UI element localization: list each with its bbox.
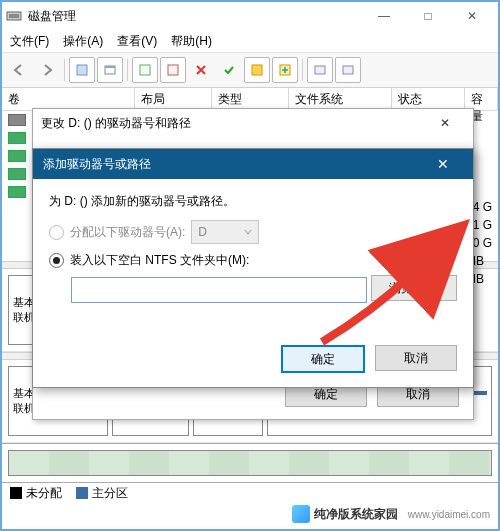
- svg-rect-5: [140, 65, 150, 75]
- col-layout[interactable]: 布局: [135, 88, 212, 110]
- col-capacity[interactable]: 容量: [465, 88, 498, 110]
- svg-rect-6: [168, 65, 178, 75]
- close-button[interactable]: ✕: [450, 2, 494, 30]
- disk-mgmt-icon: [6, 8, 22, 24]
- maximize-button[interactable]: □: [406, 2, 450, 30]
- radio-assign-letter-label: 分配以下驱动器号(A):: [70, 224, 185, 241]
- back-button[interactable]: [6, 57, 32, 83]
- mount-path-input[interactable]: [71, 277, 367, 303]
- minimize-button[interactable]: —: [362, 2, 406, 30]
- menu-file[interactable]: 文件(F): [10, 33, 49, 50]
- toolbar-icon-3[interactable]: [132, 57, 158, 83]
- col-status[interactable]: 状态: [392, 88, 465, 110]
- svg-rect-2: [77, 65, 87, 75]
- col-type[interactable]: 类型: [212, 88, 289, 110]
- col-fs[interactable]: 文件系统: [289, 88, 392, 110]
- menu-view[interactable]: 查看(V): [117, 33, 157, 50]
- svg-rect-4: [105, 66, 115, 68]
- toolbar-icon-6[interactable]: [272, 57, 298, 83]
- dialog-title: 更改 D: () 的驱动器号和路径: [41, 115, 191, 132]
- toolbar-icon-2[interactable]: [97, 57, 123, 83]
- logo-icon: [292, 505, 310, 523]
- delete-icon[interactable]: [188, 57, 214, 83]
- svg-rect-9: [315, 66, 325, 74]
- window-title: 磁盘管理: [28, 8, 362, 25]
- dialog-close-button[interactable]: ✕: [425, 116, 465, 130]
- radio-mount-folder[interactable]: [49, 253, 64, 268]
- dialog-title: 添加驱动器号或路径: [43, 156, 151, 173]
- brand-logo: 纯净版系统家园 www.yidaimei.com: [292, 505, 490, 523]
- col-volume[interactable]: 卷: [2, 88, 135, 110]
- radio-mount-folder-label: 装入以下空白 NTFS 文件夹中(M):: [70, 252, 249, 269]
- cancel-button[interactable]: 取消: [375, 345, 457, 371]
- menu-action[interactable]: 操作(A): [63, 33, 103, 50]
- toolbar-icon-1[interactable]: [69, 57, 95, 83]
- dialog-close-button[interactable]: ✕: [423, 156, 463, 172]
- menu-bar: 文件(F) 操作(A) 查看(V) 帮助(H): [2, 30, 498, 53]
- svg-rect-10: [343, 66, 353, 74]
- dialog-intro: 为 D: () 添加新的驱动器号或路径。: [49, 193, 457, 210]
- ok-button[interactable]: 确定: [281, 345, 365, 373]
- svg-rect-1: [9, 14, 19, 18]
- toolbar-icon-7[interactable]: [307, 57, 333, 83]
- toolbar: [2, 53, 498, 88]
- toolbar-icon-5[interactable]: [244, 57, 270, 83]
- forward-button[interactable]: [34, 57, 60, 83]
- disk-strip: [2, 443, 498, 483]
- toolbar-icon-8[interactable]: [335, 57, 361, 83]
- radio-assign-letter[interactable]: [49, 225, 64, 240]
- browse-button[interactable]: 浏览(B)...: [371, 275, 457, 301]
- add-drive-letter-dialog: 添加驱动器号或路径 ✕ 为 D: () 添加新的驱动器号或路径。 分配以下驱动器…: [32, 148, 474, 388]
- toolbar-icon-4[interactable]: [160, 57, 186, 83]
- check-icon[interactable]: [216, 57, 242, 83]
- svg-rect-7: [252, 65, 262, 75]
- drive-letter-select: D: [191, 220, 259, 244]
- menu-help[interactable]: 帮助(H): [171, 33, 212, 50]
- chevron-down-icon: [244, 228, 252, 236]
